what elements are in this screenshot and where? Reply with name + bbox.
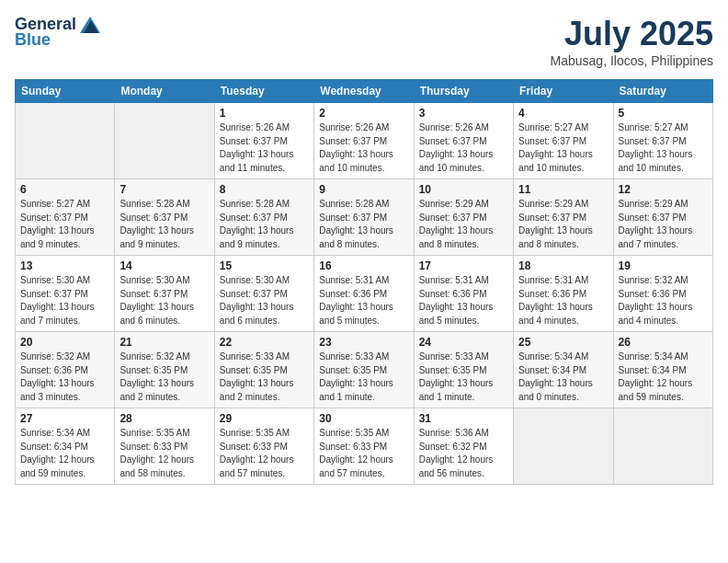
day-number: 16 bbox=[319, 259, 408, 272]
day-info: Sunrise: 5:28 AM Sunset: 6:37 PM Dayligh… bbox=[119, 198, 209, 251]
calendar-cell: 7Sunrise: 5:28 AM Sunset: 6:37 PM Daylig… bbox=[115, 179, 214, 256]
logo-icon bbox=[80, 17, 100, 33]
day-number: 17 bbox=[419, 259, 508, 272]
week-row-3: 13Sunrise: 5:30 AM Sunset: 6:37 PM Dayli… bbox=[16, 256, 713, 332]
day-info: Sunrise: 5:33 AM Sunset: 6:35 PM Dayligh… bbox=[220, 350, 309, 404]
day-info: Sunrise: 5:33 AM Sunset: 6:35 PM Dayligh… bbox=[419, 350, 508, 404]
calendar-cell: 24Sunrise: 5:33 AM Sunset: 6:35 PM Dayli… bbox=[414, 332, 513, 408]
calendar-cell: 14Sunrise: 5:30 AM Sunset: 6:37 PM Dayli… bbox=[115, 256, 214, 332]
day-info: Sunrise: 5:32 AM Sunset: 6:36 PM Dayligh… bbox=[20, 350, 109, 404]
header-thursday: Thursday bbox=[414, 80, 513, 103]
calendar-table: SundayMondayTuesdayWednesdayThursdayFrid… bbox=[15, 79, 713, 485]
day-number: 28 bbox=[119, 412, 209, 425]
day-info: Sunrise: 5:28 AM Sunset: 6:37 PM Dayligh… bbox=[220, 198, 309, 251]
day-info: Sunrise: 5:29 AM Sunset: 6:37 PM Dayligh… bbox=[518, 198, 608, 251]
day-info: Sunrise: 5:35 AM Sunset: 6:33 PM Dayligh… bbox=[119, 427, 209, 480]
day-number: 20 bbox=[20, 336, 109, 349]
day-number: 30 bbox=[319, 412, 408, 425]
calendar-cell: 21Sunrise: 5:32 AM Sunset: 6:35 PM Dayli… bbox=[115, 332, 214, 408]
day-info: Sunrise: 5:26 AM Sunset: 6:37 PM Dayligh… bbox=[220, 121, 309, 175]
calendar-cell: 4Sunrise: 5:27 AM Sunset: 6:37 PM Daylig… bbox=[514, 103, 613, 179]
day-info: Sunrise: 5:30 AM Sunset: 6:37 PM Dayligh… bbox=[119, 274, 209, 327]
calendar-cell: 3Sunrise: 5:26 AM Sunset: 6:37 PM Daylig… bbox=[414, 103, 513, 179]
day-info: Sunrise: 5:30 AM Sunset: 6:37 PM Dayligh… bbox=[220, 274, 309, 327]
day-info: Sunrise: 5:32 AM Sunset: 6:36 PM Dayligh… bbox=[619, 274, 708, 327]
day-number: 4 bbox=[518, 107, 608, 120]
day-number: 31 bbox=[419, 412, 508, 425]
calendar-cell: 1Sunrise: 5:26 AM Sunset: 6:37 PM Daylig… bbox=[214, 103, 313, 179]
day-number: 11 bbox=[518, 183, 608, 196]
day-info: Sunrise: 5:35 AM Sunset: 6:33 PM Dayligh… bbox=[319, 427, 408, 480]
header-sunday: Sunday bbox=[16, 80, 115, 103]
calendar-cell: 31Sunrise: 5:36 AM Sunset: 6:32 PM Dayli… bbox=[414, 408, 513, 485]
calendar-cell bbox=[613, 408, 712, 485]
calendar-cell: 5Sunrise: 5:27 AM Sunset: 6:37 PM Daylig… bbox=[613, 103, 712, 179]
day-number: 6 bbox=[20, 183, 109, 196]
day-number: 2 bbox=[319, 107, 408, 120]
day-info: Sunrise: 5:31 AM Sunset: 6:36 PM Dayligh… bbox=[419, 274, 508, 327]
day-number: 27 bbox=[20, 412, 109, 425]
logo: General Blue bbox=[15, 15, 100, 50]
page-header: General Blue July 2025 Mabusag, Ilocos, … bbox=[15, 15, 713, 68]
day-number: 24 bbox=[419, 336, 508, 349]
calendar-cell: 6Sunrise: 5:27 AM Sunset: 6:37 PM Daylig… bbox=[16, 179, 115, 256]
day-info: Sunrise: 5:34 AM Sunset: 6:34 PM Dayligh… bbox=[619, 350, 708, 404]
calendar-cell: 28Sunrise: 5:35 AM Sunset: 6:33 PM Dayli… bbox=[115, 408, 214, 485]
calendar-cell: 16Sunrise: 5:31 AM Sunset: 6:36 PM Dayli… bbox=[314, 256, 414, 332]
day-info: Sunrise: 5:27 AM Sunset: 6:37 PM Dayligh… bbox=[518, 121, 608, 175]
calendar-cell: 10Sunrise: 5:29 AM Sunset: 6:37 PM Dayli… bbox=[414, 179, 513, 256]
header-monday: Monday bbox=[115, 80, 214, 103]
calendar-cell: 12Sunrise: 5:29 AM Sunset: 6:37 PM Dayli… bbox=[613, 179, 712, 256]
day-info: Sunrise: 5:28 AM Sunset: 6:37 PM Dayligh… bbox=[319, 198, 408, 251]
title-month: July 2025 bbox=[551, 15, 713, 53]
day-number: 10 bbox=[419, 183, 508, 196]
day-info: Sunrise: 5:26 AM Sunset: 6:37 PM Dayligh… bbox=[319, 121, 408, 175]
day-number: 3 bbox=[419, 107, 508, 120]
logo-blue-text: Blue bbox=[15, 30, 51, 50]
day-number: 12 bbox=[619, 183, 708, 196]
day-info: Sunrise: 5:30 AM Sunset: 6:37 PM Dayligh… bbox=[20, 274, 109, 327]
day-number: 8 bbox=[220, 183, 309, 196]
week-row-2: 6Sunrise: 5:27 AM Sunset: 6:37 PM Daylig… bbox=[16, 179, 713, 256]
day-number: 22 bbox=[220, 336, 309, 349]
calendar-cell: 25Sunrise: 5:34 AM Sunset: 6:34 PM Dayli… bbox=[514, 332, 613, 408]
day-info: Sunrise: 5:29 AM Sunset: 6:37 PM Dayligh… bbox=[419, 198, 508, 251]
day-number: 25 bbox=[518, 336, 608, 349]
title-location: Mabusag, Ilocos, Philippines bbox=[551, 53, 713, 68]
day-number: 18 bbox=[518, 259, 608, 272]
day-number: 9 bbox=[319, 183, 408, 196]
calendar-cell: 17Sunrise: 5:31 AM Sunset: 6:36 PM Dayli… bbox=[414, 256, 513, 332]
header-wednesday: Wednesday bbox=[314, 80, 414, 103]
day-number: 13 bbox=[20, 259, 109, 272]
calendar-cell: 19Sunrise: 5:32 AM Sunset: 6:36 PM Dayli… bbox=[613, 256, 712, 332]
calendar-cell: 9Sunrise: 5:28 AM Sunset: 6:37 PM Daylig… bbox=[314, 179, 414, 256]
header-friday: Friday bbox=[514, 80, 613, 103]
day-number: 5 bbox=[619, 107, 708, 120]
calendar-cell: 15Sunrise: 5:30 AM Sunset: 6:37 PM Dayli… bbox=[214, 256, 313, 332]
title-block: July 2025 Mabusag, Ilocos, Philippines bbox=[551, 15, 713, 68]
calendar-cell bbox=[16, 103, 115, 179]
day-info: Sunrise: 5:27 AM Sunset: 6:37 PM Dayligh… bbox=[619, 121, 708, 175]
week-row-4: 20Sunrise: 5:32 AM Sunset: 6:36 PM Dayli… bbox=[16, 332, 713, 408]
day-info: Sunrise: 5:32 AM Sunset: 6:35 PM Dayligh… bbox=[119, 350, 209, 404]
day-info: Sunrise: 5:26 AM Sunset: 6:37 PM Dayligh… bbox=[419, 121, 508, 175]
calendar-cell: 18Sunrise: 5:31 AM Sunset: 6:36 PM Dayli… bbox=[514, 256, 613, 332]
day-number: 23 bbox=[319, 336, 408, 349]
day-number: 21 bbox=[119, 336, 209, 349]
calendar-cell: 22Sunrise: 5:33 AM Sunset: 6:35 PM Dayli… bbox=[214, 332, 313, 408]
calendar-cell: 27Sunrise: 5:34 AM Sunset: 6:34 PM Dayli… bbox=[16, 408, 115, 485]
calendar-cell bbox=[115, 103, 214, 179]
day-info: Sunrise: 5:27 AM Sunset: 6:37 PM Dayligh… bbox=[20, 198, 109, 251]
day-number: 19 bbox=[619, 259, 708, 272]
day-number: 1 bbox=[220, 107, 309, 120]
calendar-cell: 26Sunrise: 5:34 AM Sunset: 6:34 PM Dayli… bbox=[613, 332, 712, 408]
calendar-cell: 11Sunrise: 5:29 AM Sunset: 6:37 PM Dayli… bbox=[514, 179, 613, 256]
day-info: Sunrise: 5:34 AM Sunset: 6:34 PM Dayligh… bbox=[518, 350, 608, 404]
day-number: 29 bbox=[220, 412, 309, 425]
day-info: Sunrise: 5:36 AM Sunset: 6:32 PM Dayligh… bbox=[419, 427, 508, 480]
header-tuesday: Tuesday bbox=[214, 80, 313, 103]
day-info: Sunrise: 5:35 AM Sunset: 6:33 PM Dayligh… bbox=[220, 427, 309, 480]
calendar-cell: 23Sunrise: 5:33 AM Sunset: 6:35 PM Dayli… bbox=[314, 332, 414, 408]
week-row-1: 1Sunrise: 5:26 AM Sunset: 6:37 PM Daylig… bbox=[16, 103, 713, 179]
week-row-5: 27Sunrise: 5:34 AM Sunset: 6:34 PM Dayli… bbox=[16, 408, 713, 485]
